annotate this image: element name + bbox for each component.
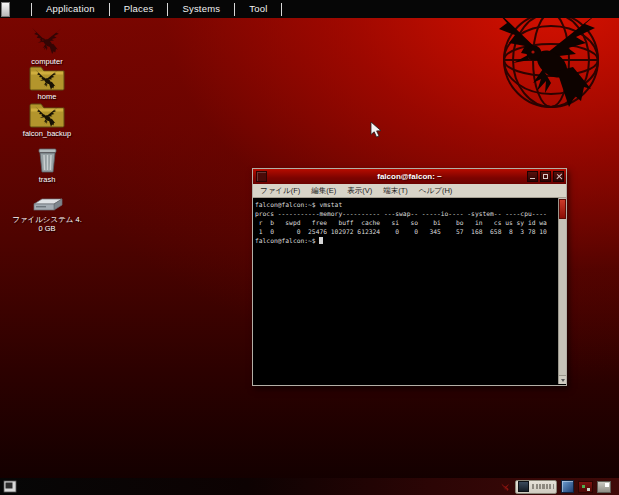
terminal-window-button[interactable] (515, 480, 557, 494)
terminal-menu-terminal[interactable]: 端末(T) (379, 184, 412, 197)
blue-tray-icon[interactable] (561, 480, 574, 493)
show-desktop-icon[interactable] (3, 480, 17, 493)
desktop-icon-trash[interactable]: trash (4, 146, 90, 185)
terminal-prompt-line: falcon@falcon:~$ (253, 236, 566, 245)
terminal-menu-help[interactable]: ヘルプ(H) (415, 184, 456, 197)
gray-tray-icon[interactable] (597, 481, 611, 493)
folder-falcon-icon (29, 102, 65, 128)
desktop-icon-label: trash (39, 176, 56, 185)
desktop-icon-filesystem[interactable]: ファイルシステム 4. 0 GB (4, 196, 90, 233)
trash-icon (36, 146, 59, 174)
menubar-start-icon[interactable] (1, 2, 10, 17)
desktop-icon-label: falcon_backup (23, 130, 71, 139)
mouse-cursor (370, 121, 382, 138)
workspace-tray-icon[interactable] (578, 481, 593, 493)
falcon-tray-icon[interactable] (500, 481, 511, 493)
folder-falcon-icon (29, 65, 65, 91)
window-button-text (532, 484, 554, 489)
terminal-menu-view[interactable]: 表示(V) (343, 184, 376, 197)
menu-application[interactable]: Application (32, 0, 109, 18)
scrollbar-down-button[interactable] (559, 375, 566, 384)
desktop-icon-label-line2: 0 GB (38, 225, 55, 234)
falcon-globe-logo (479, 3, 619, 109)
terminal-output: falcon@falcon:~$ vmstat procs ----------… (253, 198, 566, 236)
scrollbar-thumb[interactable] (559, 199, 566, 219)
menu-systems[interactable]: Systems (168, 0, 234, 18)
terminal-menubar: ファイル(F) 編集(E) 表示(V) 端末(T) ヘルプ(H) (253, 184, 566, 198)
bottom-taskbar (0, 478, 619, 495)
desktop-icon-computer[interactable]: computer (4, 26, 90, 67)
computer-falcon-icon (29, 26, 65, 56)
close-button[interactable] (553, 171, 564, 182)
window-title: falcon@falcon: ~ (253, 169, 566, 184)
desktop-icon-home[interactable]: home (4, 65, 90, 102)
terminal-menu-edit[interactable]: 編集(E) (307, 184, 340, 197)
minimize-button[interactable] (527, 171, 538, 182)
menu-places[interactable]: Places (110, 0, 168, 18)
terminal-titlebar[interactable]: falcon@falcon: ~ (253, 169, 566, 184)
terminal-menu-file[interactable]: ファイル(F) (256, 184, 304, 197)
terminal-scrollbar[interactable] (558, 198, 566, 384)
disk-drive-icon (30, 196, 64, 214)
menubar-separator (281, 3, 282, 16)
desktop-icon-label: home (38, 93, 57, 102)
desktop-icon-falcon-backup[interactable]: falcon_backup (4, 102, 90, 139)
terminal-body[interactable]: falcon@falcon:~$ vmstat procs ----------… (253, 198, 566, 384)
terminal-window: falcon@falcon: ~ ファイル(F) 編集(E) 表示(V) 端末(… (252, 168, 567, 386)
terminal-mini-icon (518, 481, 529, 492)
top-menubar: Application Places Systems Tool (0, 0, 619, 18)
terminal-prompt: falcon@falcon:~$ (255, 237, 319, 244)
desktop-screen: Application Places Systems Tool computer (0, 0, 619, 495)
maximize-button[interactable] (540, 171, 551, 182)
terminal-cursor (319, 237, 323, 245)
menu-tool[interactable]: Tool (235, 0, 281, 18)
